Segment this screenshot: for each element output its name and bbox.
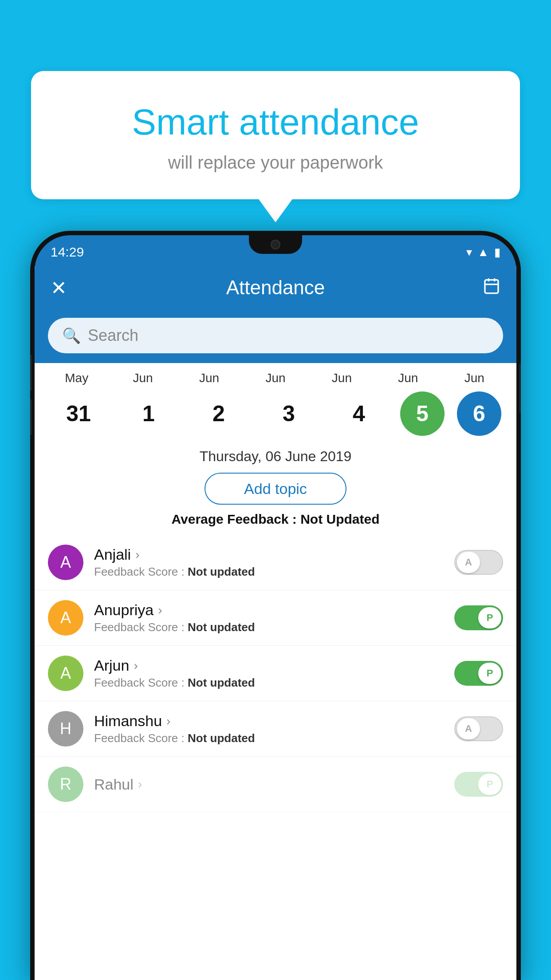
student-item-himanshu[interactable]: H Himanshu › Feedback Score : Not update… xyxy=(35,701,516,757)
average-feedback: Average Feedback : Not Updated xyxy=(35,512,516,527)
search-container: 🔍 Search xyxy=(35,310,516,363)
date-3[interactable]: 3 xyxy=(260,391,318,436)
toggle-knob-himanshu: A xyxy=(457,718,480,739)
date-1[interactable]: 1 xyxy=(120,391,177,436)
avatar-anupriya: A xyxy=(48,600,83,636)
avatar-partial: R xyxy=(48,767,83,802)
student-item-arjun[interactable]: A Arjun › Feedback Score : Not updated P xyxy=(35,646,516,701)
avatar-anjali: A xyxy=(48,545,83,580)
date-4[interactable]: 4 xyxy=(330,391,388,436)
add-topic-label: Add topic xyxy=(244,480,307,498)
feedback-score-anupriya: Feedback Score : Not updated xyxy=(94,620,444,634)
chevron-himanshu: › xyxy=(166,714,170,728)
month-1: Jun xyxy=(114,371,172,385)
battery-icon: ▮ xyxy=(494,245,500,259)
student-info-partial: Rahul › xyxy=(94,776,444,793)
avatar-himanshu: H xyxy=(48,711,83,747)
speech-subtitle: will replace your paperwork xyxy=(58,153,493,173)
close-button[interactable]: ✕ xyxy=(51,277,67,299)
status-time: 14:29 xyxy=(51,241,84,260)
signal-icon: ▲ xyxy=(477,245,489,259)
notch xyxy=(249,235,302,254)
month-row: May Jun Jun Jun Jun Jun Jun xyxy=(43,371,508,389)
phone-frame: 14:29 ▾ ▲ ▮ ✕ Attendance xyxy=(30,231,521,980)
add-topic-button[interactable]: Add topic xyxy=(205,473,346,505)
svg-rect-0 xyxy=(485,280,498,293)
date-2[interactable]: 2 xyxy=(190,391,248,436)
volume-button-up xyxy=(30,355,32,391)
student-name-arjun: Arjun › xyxy=(94,657,444,674)
toggle-knob-anjali: A xyxy=(457,552,480,573)
search-bar[interactable]: 🔍 Search xyxy=(48,318,503,353)
power-button xyxy=(519,364,521,413)
month-5: Jun xyxy=(379,371,437,385)
student-name-partial: Rahul › xyxy=(94,776,444,793)
calendar-icon-button[interactable] xyxy=(483,277,500,299)
feedback-score-arjun: Feedback Score : Not updated xyxy=(94,676,444,690)
month-4: Jun xyxy=(313,371,370,385)
volume-button-down xyxy=(30,399,32,435)
app-title: Attendance xyxy=(226,277,325,299)
date-5-today[interactable]: 5 xyxy=(400,391,445,436)
toggle-partial: P xyxy=(454,772,503,797)
top-bar: ✕ Attendance xyxy=(35,265,516,310)
calendar-strip: May Jun Jun Jun Jun Jun Jun 31 1 2 3 4 5… xyxy=(35,363,516,444)
toggle-anjali[interactable]: A xyxy=(454,550,503,575)
month-3: Jun xyxy=(247,371,304,385)
toggle-arjun[interactable]: P xyxy=(454,661,503,686)
toggle-himanshu[interactable]: A xyxy=(454,716,503,741)
camera xyxy=(271,240,280,249)
chevron-anjali: › xyxy=(135,548,139,562)
student-info-anjali: Anjali › Feedback Score : Not updated xyxy=(94,546,444,579)
feedback-score-anjali: Feedback Score : Not updated xyxy=(94,565,444,579)
toggle-knob-anupriya: P xyxy=(478,607,501,628)
search-icon: 🔍 xyxy=(62,327,81,344)
student-name-anupriya: Anupriya › xyxy=(94,601,444,619)
selected-date-label: Thursday, 06 June 2019 xyxy=(35,444,516,468)
feedback-score-himanshu: Feedback Score : Not updated xyxy=(94,731,444,745)
month-6: Jun xyxy=(445,371,503,385)
phone-inner: 14:29 ▾ ▲ ▮ ✕ Attendance xyxy=(35,235,516,980)
date-31[interactable]: 31 xyxy=(50,391,107,436)
average-feedback-label: Average Feedback : xyxy=(171,512,300,526)
month-0: May xyxy=(48,371,106,385)
month-2: Jun xyxy=(181,371,238,385)
student-info-himanshu: Himanshu › Feedback Score : Not updated xyxy=(94,712,444,745)
speech-title: Smart attendance xyxy=(58,102,493,142)
status-icons: ▾ ▲ ▮ xyxy=(466,242,500,259)
student-info-arjun: Arjun › Feedback Score : Not updated xyxy=(94,657,444,690)
avatar-arjun: A xyxy=(48,656,83,691)
speech-bubble-container: Smart attendance will replace your paper… xyxy=(31,71,520,199)
date-6-selected[interactable]: 6 xyxy=(457,391,501,436)
student-name-himanshu: Himanshu › xyxy=(94,712,444,730)
date-row: 31 1 2 3 4 5 6 xyxy=(43,389,508,444)
average-feedback-value: Not Updated xyxy=(300,512,379,526)
search-placeholder: Search xyxy=(88,326,138,345)
wifi-icon: ▾ xyxy=(466,245,472,259)
student-item-partial: R Rahul › P xyxy=(35,757,516,812)
student-item-anjali[interactable]: A Anjali › Feedback Score : Not updated … xyxy=(35,535,516,590)
toggle-anupriya[interactable]: P xyxy=(454,605,503,630)
chevron-anupriya: › xyxy=(158,603,162,617)
student-item-anupriya[interactable]: A Anupriya › Feedback Score : Not update… xyxy=(35,590,516,646)
chevron-arjun: › xyxy=(134,659,138,673)
student-info-anupriya: Anupriya › Feedback Score : Not updated xyxy=(94,601,444,634)
app-content: ✕ Attendance 🔍 Search xyxy=(35,265,516,980)
toggle-knob-arjun: P xyxy=(478,663,501,684)
student-name-anjali: Anjali › xyxy=(94,546,444,563)
speech-bubble: Smart attendance will replace your paper… xyxy=(31,71,520,199)
student-list: A Anjali › Feedback Score : Not updated … xyxy=(35,535,516,812)
